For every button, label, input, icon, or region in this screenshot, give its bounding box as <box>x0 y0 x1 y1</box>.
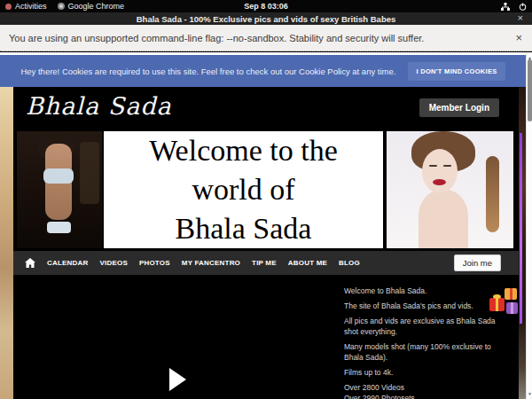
page-background-left <box>0 86 13 399</box>
nav-item-about-me[interactable]: ABOUT ME <box>288 259 327 267</box>
flag-infobar: You are using an unsupported command-lin… <box>0 25 532 51</box>
scrollbar[interactable]: ▲ ▼ <box>526 52 532 399</box>
video-player[interactable] <box>13 275 341 399</box>
site-content: Bhala Sada Member Login Welcome to the w… <box>13 87 519 399</box>
about-text: Welcome to Bhala Sada. The site of Bhala… <box>344 286 506 399</box>
nav-home-button[interactable] <box>25 255 35 271</box>
stat-videos: Over 2800 Videos <box>344 382 506 393</box>
nav-item-tip-me[interactable]: TIP ME <box>252 259 277 267</box>
chrome-icon <box>58 3 65 10</box>
site-logo[interactable]: Bhala Sada <box>26 92 172 120</box>
window-close-icon[interactable]: × <box>518 12 523 25</box>
activities-label: Activities <box>15 2 47 11</box>
chrome-label: Google Chrome <box>68 2 125 11</box>
accept-cookies-button[interactable]: I DON'T MIND COOKIES <box>408 62 505 81</box>
system-tray[interactable] <box>501 0 527 12</box>
gift-icon <box>505 288 517 300</box>
activities-indicator-icon <box>5 4 12 10</box>
infobar-close-icon[interactable]: × <box>515 32 522 43</box>
nav-item-calendar[interactable]: CALENDAR <box>47 259 89 267</box>
system-top-bar: Activities Google Chrome Sep 8 03:06 <box>0 0 532 12</box>
power-icon <box>519 3 527 11</box>
window-title: Bhala Sada - 100% Exclusive pics and vid… <box>137 14 396 24</box>
about-paragraph: Welcome to Bhala Sada. <box>344 286 506 296</box>
cookie-message-prefix: Hey there! Cookies are required to use t… <box>20 66 299 76</box>
browser-viewport: Hey there! Cookies are required to use t… <box>0 52 532 399</box>
stat-photosets: Over 2990 Photosets <box>344 393 506 399</box>
member-login-button[interactable]: Member Login <box>419 98 499 117</box>
scroll-down-icon[interactable]: ▼ <box>527 390 532 397</box>
desktop-screen: Activities Google Chrome Sep 8 03:06 Bha… <box>0 0 532 399</box>
activities-button[interactable]: Activities <box>0 0 52 12</box>
cookie-policy-link[interactable]: Cookie Policy <box>299 66 350 76</box>
window-title-bar[interactable]: Bhala Sada - 100% Exclusive pics and vid… <box>0 12 532 25</box>
cookie-message: Hey there! Cookies are required to use t… <box>20 66 395 76</box>
gift-widget[interactable] <box>489 288 521 329</box>
hero-image-right <box>387 131 513 248</box>
nav-item-photos[interactable]: PHOTOS <box>139 259 170 267</box>
nav-item-blog[interactable]: BLOG <box>339 259 360 267</box>
hero-heading-line: Bhala Sada <box>104 209 383 248</box>
hero-image-left <box>17 131 102 248</box>
gift-icon <box>506 302 518 314</box>
site-nav-bar: CALENDAR VIDEOS PHOTOS MY FANCENTRO TIP … <box>13 251 519 275</box>
nav-item-videos[interactable]: VIDEOS <box>100 259 128 267</box>
about-stats: Over 2800 Videos Over 2990 Photosets <box>344 382 506 399</box>
cookie-notice-bar: Hey there! Cookies are required to use t… <box>0 55 526 87</box>
join-me-button[interactable]: Join me <box>454 254 501 271</box>
hero-heading: Welcome to the world of Bhala Sada <box>104 131 383 248</box>
hero-heading-line: Welcome to the <box>104 131 383 170</box>
hero-banner: Welcome to the world of Bhala Sada <box>13 129 519 251</box>
site-header: Bhala Sada Member Login <box>13 87 519 129</box>
about-paragraph: The site of Bhala Sada's pics and vids. <box>344 301 506 311</box>
home-icon <box>25 255 35 271</box>
play-icon[interactable] <box>169 368 186 391</box>
gift-icon <box>489 298 505 311</box>
hero-heading-line: world of <box>104 170 383 209</box>
cookie-message-suffix: at any time. <box>350 66 396 76</box>
nav-item-my-fancentro[interactable]: MY FANCENTRO <box>182 259 240 267</box>
scrollbar-thumb[interactable] <box>528 59 532 121</box>
about-paragraph: All pics and vids are exclusive as Bhala… <box>344 316 506 337</box>
flag-message: You are using an unsupported command-lin… <box>9 33 424 43</box>
hero-right-art <box>486 156 499 232</box>
about-paragraph: Films up to 4k. <box>344 367 506 378</box>
main-section: Welcome to Bhala Sada. The site of Bhala… <box>13 275 519 399</box>
chrome-taskbar-button[interactable]: Google Chrome <box>52 0 130 12</box>
about-paragraph: Many models shot (many 100% exclusive to… <box>344 341 506 363</box>
network-icon <box>501 3 510 11</box>
